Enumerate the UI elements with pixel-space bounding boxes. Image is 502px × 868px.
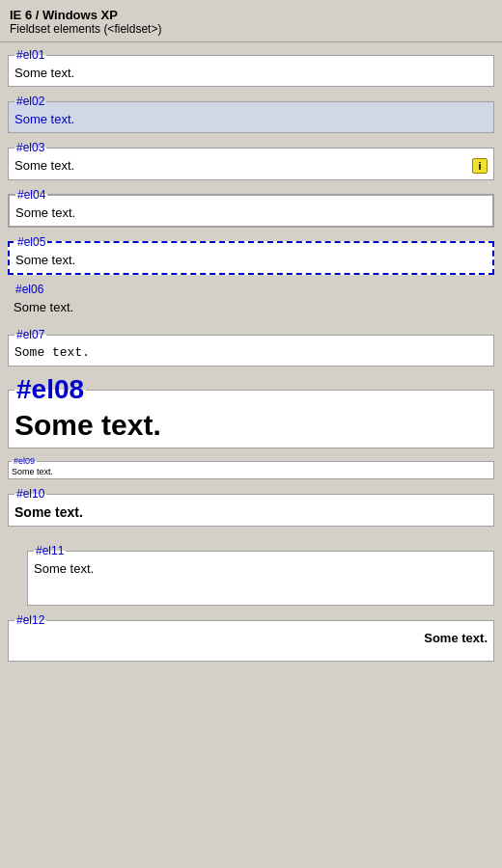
text-el07: Some text. [14,345,488,360]
content-area: #el01 Some text. #el02 Some text. #el03 … [0,42,502,675]
fieldset-el07: #el07 Some text. [8,328,494,366]
fieldset-el04: #el04 Some text. [8,188,494,228]
fieldset-el12: #el12 Some text. [8,613,494,662]
legend-el04: #el04 [15,188,47,202]
fieldset-el03: #el03 Some text. i [8,141,494,180]
fieldset-el08: #el08 Some text. [8,374,494,448]
text-el09: Some text. [12,467,490,476]
fieldset-el05: #el05 Some text. [8,235,494,275]
legend-el08: #el08 [14,374,86,405]
fieldset-el10: #el10 Some text. [8,487,494,527]
text-el05: Some text. [15,253,487,267]
legend-el05: #el05 [15,235,47,249]
text-el02: Some text. [14,112,488,126]
info-icon: i [472,158,488,174]
text-el11: Some text. [34,561,488,576]
text-el08: Some text. [14,409,488,442]
spacer [8,534,494,544]
text-el10: Some text. [14,504,488,520]
page-header: IE 6 / Windows XP Fieldset elements (<fi… [0,0,502,42]
legend-el11: #el11 [34,544,66,557]
text-el01: Some text. [14,66,488,80]
fieldset-el02: #el02 Some text. [8,95,494,133]
fieldset-el06: #el06 Some text. [8,283,494,320]
el03-content: Some text. i [14,158,488,174]
legend-el01: #el01 [14,48,46,62]
legend-el03: #el03 [14,141,46,154]
fieldset-el01: #el01 Some text. [8,48,494,87]
legend-el10: #el10 [14,487,46,501]
page-title: IE 6 / Windows XP [10,8,492,22]
fieldset-el11: #el11 Some text. [27,544,494,606]
legend-el07: #el07 [14,328,46,341]
page-subtitle: Fieldset elements (<fieldset>) [10,22,492,36]
legend-el06: #el06 [14,283,45,296]
legend-el12: #el12 [14,613,46,627]
text-el03: Some text. [14,158,74,173]
legend-el09: #el09 [12,456,37,466]
text-el06: Some text. [14,300,488,314]
text-el12: Some text. [14,631,488,645]
fieldset-el09: #el09 Some text. [8,456,494,479]
legend-el02: #el02 [14,95,46,108]
text-el04: Some text. [15,205,487,220]
